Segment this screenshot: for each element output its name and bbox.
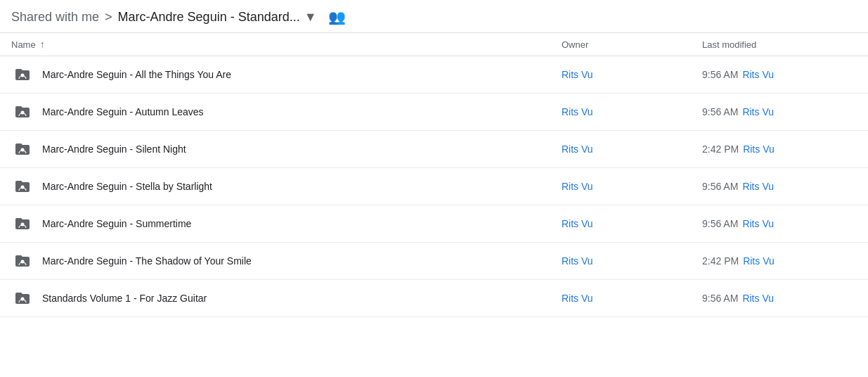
row-filename: Standards Volume 1 - For Jazz Guitar <box>42 293 207 304</box>
table-row[interactable]: Marc-Andre Seguin - The Shadow of Your S… <box>0 243 868 280</box>
row-modified-time: 9:56 AM <box>702 69 738 80</box>
row-name-col: Marc-Andre Seguin - Autumn Leaves <box>11 101 562 123</box>
row-modified-time: 9:56 AM <box>702 106 738 117</box>
row-owner[interactable]: Rits Vu <box>562 218 702 229</box>
row-modified-time: 9:56 AM <box>702 181 738 192</box>
row-modified-time: 2:42 PM <box>702 143 739 155</box>
column-name-header[interactable]: Name ↑ <box>11 39 562 50</box>
row-modified-user[interactable]: Rits Vu <box>743 255 775 267</box>
people-icon[interactable]: 👥 <box>328 8 346 25</box>
row-filename: Marc-Andre Seguin - The Shadow of Your S… <box>42 255 252 267</box>
row-modified: 2:42 PM Rits Vu <box>702 143 857 155</box>
row-modified: 9:56 AM Rits Vu <box>702 181 857 192</box>
row-modified-user[interactable]: Rits Vu <box>742 181 774 192</box>
row-filename: Marc-Andre Seguin - Stella by Starlight <box>42 181 212 192</box>
row-filename: Marc-Andre Seguin - All the Things You A… <box>42 69 231 80</box>
table-header: Name ↑ Owner Last modified <box>0 33 868 56</box>
folder-shared-icon <box>11 212 34 235</box>
folder-shared-icon <box>11 250 34 272</box>
folder-shared-icon <box>11 138 34 160</box>
table-row[interactable]: Marc-Andre Seguin - Summertime Rits Vu 9… <box>0 205 868 243</box>
row-name-col: Marc-Andre Seguin - The Shadow of Your S… <box>11 250 562 272</box>
table-row[interactable]: Marc-Andre Seguin - Autumn Leaves Rits V… <box>0 94 868 131</box>
row-modified-time: 9:56 AM <box>702 293 738 304</box>
folder-shared-icon <box>11 63 34 86</box>
row-modified-user[interactable]: Rits Vu <box>742 218 774 229</box>
row-name-col: Marc-Andre Seguin - Silent Night <box>11 138 562 160</box>
row-owner[interactable]: Rits Vu <box>562 293 702 304</box>
row-modified-user[interactable]: Rits Vu <box>743 143 775 155</box>
column-modified-header[interactable]: Last modified <box>702 39 857 50</box>
table-row[interactable]: Marc-Andre Seguin - All the Things You A… <box>0 56 868 94</box>
table-row[interactable]: Marc-Andre Seguin - Silent Night Rits Vu… <box>0 131 868 168</box>
row-name-col: Marc-Andre Seguin - Summertime <box>11 212 562 235</box>
row-modified: 9:56 AM Rits Vu <box>702 106 857 117</box>
row-filename: Marc-Andre Seguin - Summertime <box>42 218 191 229</box>
folder-shared-icon <box>11 287 34 309</box>
breadcrumb-separator: > <box>105 10 112 25</box>
breadcrumb-shared-with-me[interactable]: Shared with me <box>11 10 99 25</box>
row-filename: Marc-Andre Seguin - Silent Night <box>42 143 186 155</box>
row-modified: 9:56 AM Rits Vu <box>702 69 857 80</box>
row-name-col: Standards Volume 1 - For Jazz Guitar <box>11 287 562 309</box>
row-modified-user[interactable]: Rits Vu <box>742 293 774 304</box>
breadcrumb-current-folder[interactable]: Marc-Andre Seguin - Standard... ▼ <box>118 10 317 25</box>
folder-shared-icon <box>11 101 34 123</box>
column-owner-header[interactable]: Owner <box>562 39 702 50</box>
table-body: Marc-Andre Seguin - All the Things You A… <box>0 56 868 317</box>
row-modified-time: 2:42 PM <box>702 255 739 267</box>
sort-ascending-icon: ↑ <box>40 39 45 50</box>
row-filename: Marc-Andre Seguin - Autumn Leaves <box>42 106 204 117</box>
row-name-col: Marc-Andre Seguin - Stella by Starlight <box>11 175 562 198</box>
row-owner[interactable]: Rits Vu <box>562 143 702 155</box>
row-owner[interactable]: Rits Vu <box>562 181 702 192</box>
breadcrumb-folder-label: Marc-Andre Seguin - Standard... <box>118 10 300 25</box>
folder-shared-icon <box>11 175 34 198</box>
row-modified-user[interactable]: Rits Vu <box>742 69 774 80</box>
breadcrumb-bar: Shared with me > Marc-Andre Seguin - Sta… <box>0 0 868 33</box>
table-row[interactable]: Standards Volume 1 - For Jazz Guitar Rit… <box>0 280 868 317</box>
chevron-down-icon: ▼ <box>304 10 317 25</box>
row-modified: 9:56 AM Rits Vu <box>702 293 857 304</box>
row-owner[interactable]: Rits Vu <box>562 255 702 267</box>
row-modified-time: 9:56 AM <box>702 218 738 229</box>
row-name-col: Marc-Andre Seguin - All the Things You A… <box>11 63 562 86</box>
name-column-label: Name <box>11 39 36 50</box>
row-owner[interactable]: Rits Vu <box>562 69 702 80</box>
row-modified-user[interactable]: Rits Vu <box>742 106 774 117</box>
modified-column-label: Last modified <box>702 39 756 50</box>
table-row[interactable]: Marc-Andre Seguin - Stella by Starlight … <box>0 168 868 205</box>
row-owner[interactable]: Rits Vu <box>562 106 702 117</box>
row-modified: 2:42 PM Rits Vu <box>702 255 857 267</box>
row-modified: 9:56 AM Rits Vu <box>702 218 857 229</box>
owner-column-label: Owner <box>562 39 588 50</box>
